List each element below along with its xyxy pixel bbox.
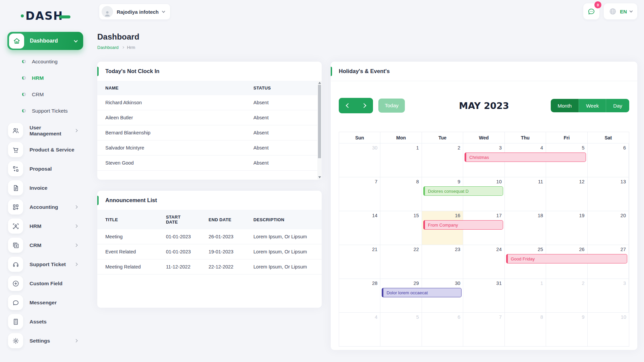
announcement-col-header: END DATE — [201, 210, 246, 229]
calendar-day-cell[interactable]: 11 — [505, 177, 546, 211]
calendar-day-cell[interactable]: 18 — [505, 211, 546, 245]
breadcrumb-current: Hrm — [127, 45, 136, 50]
sidebar-item-product-service[interactable]: Product & Service — [0, 140, 91, 159]
calendar-day-cell[interactable]: 30 — [339, 143, 380, 177]
calendar-day-cell[interactable]: 21 — [339, 245, 380, 279]
breadcrumb-root-link[interactable]: Dashboard — [97, 45, 119, 50]
scroll-up-icon[interactable] — [318, 82, 321, 84]
weekday-header: Mon — [380, 132, 422, 143]
calendar-day-cell[interactable]: 20 — [588, 211, 629, 245]
weekday-header: Fri — [546, 132, 587, 143]
sidebar-item-crm[interactable]: CRM — [0, 236, 91, 255]
sidebar-item-user-management[interactable]: User Management — [0, 121, 91, 140]
calendar-day-cell[interactable]: 22 — [380, 245, 422, 279]
day-number: 12 — [579, 179, 584, 184]
calendar-event-christmas[interactable]: Christmas — [465, 153, 586, 162]
sidebar-item-label: CRM — [30, 242, 68, 248]
calendar-day-cell[interactable]: 19 — [546, 211, 587, 245]
calendar-day-cell[interactable]: 5 — [380, 312, 422, 346]
start-date: 01-01-2023 — [158, 244, 201, 259]
sidebar-item-hrm[interactable]: HRM — [0, 217, 91, 236]
table-row: Event Related01-01-202319-01-2023Lorem I… — [97, 244, 322, 259]
calendar-view-week[interactable]: Week — [579, 99, 606, 112]
sidebar-subitem-support-tickets[interactable]: Support Tickets — [22, 103, 91, 119]
language-selector[interactable]: EN — [604, 3, 637, 19]
globe-icon — [609, 7, 617, 15]
calendar-day-cell[interactable]: 2 — [422, 143, 463, 177]
scroll-thumb[interactable] — [318, 85, 321, 158]
calendar-day-cell[interactable]: 13 — [588, 177, 629, 211]
sidebar-item-proposal[interactable]: Proposal — [0, 159, 91, 178]
calendar-day-cell[interactable]: 3 — [588, 279, 629, 312]
bullet-icon — [22, 60, 26, 63]
announcement-col-header: START DATE — [158, 210, 201, 229]
app-logo[interactable]: DASH — [21, 9, 91, 22]
messages-button[interactable]: 0 — [583, 3, 599, 19]
calendar-day-cell[interactable]: 2 — [546, 279, 587, 312]
sidebar-subitem-hrm[interactable]: HRM — [22, 70, 91, 86]
sidebar-subitem-accounting[interactable]: Accounting — [22, 53, 91, 70]
day-number: 7 — [499, 314, 502, 320]
calendar-day-cell[interactable]: 7 — [463, 312, 504, 346]
calendar-day-cell[interactable]: 28 — [339, 279, 380, 312]
calendar-day-cell[interactable]: 15 — [380, 211, 422, 245]
chevron-right-icon — [74, 244, 78, 247]
calendar-day-cell[interactable]: 1 — [505, 279, 546, 312]
day-number: 28 — [372, 281, 377, 286]
sidebar-item-custom-field[interactable]: Custom Field — [0, 274, 91, 293]
calendar-day-cell[interactable]: 6 — [588, 143, 629, 177]
calendar-day-cell[interactable]: 14 — [339, 211, 380, 245]
calendar-day-cell[interactable]: 9 — [546, 312, 587, 346]
table-row: Salvador McintyreAbsent — [97, 140, 322, 156]
table-row: Steven GoodAbsent — [97, 156, 322, 171]
announcement-title: Meeting Related — [97, 259, 158, 275]
calendar-day-cell[interactable]: 8 — [505, 312, 546, 346]
calendar-view-month[interactable]: Month — [551, 99, 579, 112]
calendar-day-cell[interactable]: 10 — [588, 312, 629, 346]
sidebar-item-assets[interactable]: Assets — [0, 312, 91, 331]
sidebar-subitem-crm[interactable]: CRM — [22, 86, 91, 103]
scroll-down-icon[interactable] — [318, 176, 321, 178]
calendar-day-cell[interactable]: 4 — [339, 312, 380, 346]
sidebar-item-invoice[interactable]: Invoice — [0, 178, 91, 197]
calendar-event-dolor-lorem-occaecat[interactable]: Dolor lorem occaecat — [382, 288, 462, 297]
calendar-day-cell[interactable]: 8 — [380, 177, 422, 211]
calendar-day-cell[interactable]: 31 — [463, 279, 504, 312]
sidebar-item-dashboard[interactable]: Dashboard — [7, 32, 83, 50]
sidebar-item-support-ticket[interactable]: Support Ticket — [0, 255, 91, 274]
home-icon — [9, 34, 24, 49]
day-number: 30 — [372, 145, 377, 150]
sidebar-item-label: Invoice — [30, 185, 77, 191]
page-title: Dashboard — [97, 32, 637, 42]
sidebar-item-label: Assets — [30, 319, 77, 325]
employee-name: Aileen Butler — [97, 110, 246, 125]
calendar-view-day[interactable]: Day — [606, 99, 629, 112]
calendar-day-cell[interactable]: 7 — [339, 177, 380, 211]
calendar-event-from-company[interactable]: From Company — [423, 220, 503, 230]
calendar-event-dolores-consequat-d[interactable]: Dolores consequat D — [423, 186, 503, 196]
calendar-day-cell[interactable]: 23 — [422, 245, 463, 279]
table-scrollbar[interactable] — [317, 81, 322, 179]
calendar-today-button[interactable]: Today — [378, 99, 405, 113]
day-number: 26 — [579, 247, 584, 252]
sidebar-item-settings[interactable]: Settings — [0, 331, 91, 350]
calendar-day-cell[interactable]: 1 — [380, 143, 422, 177]
status-value: Absent — [246, 156, 322, 171]
sidebar-item-label: Settings — [30, 338, 68, 344]
calendar-view-switcher: MonthWeekDay — [551, 99, 629, 112]
chevron-right-icon — [74, 225, 78, 228]
calendar-day-cell[interactable]: 12 — [546, 177, 587, 211]
sidebar-item-accounting[interactable]: Accounting — [0, 197, 91, 217]
calendar-prev-button[interactable] — [339, 98, 356, 113]
sidebar-item-messenger[interactable]: Messenger — [0, 293, 91, 312]
calendar-event-good-friday[interactable]: Good Friday — [506, 254, 627, 263]
invoice-icon — [8, 180, 23, 195]
company-selector[interactable]: Rajodiya infotech — [99, 4, 170, 19]
calendar-day-cell[interactable]: 6 — [422, 312, 463, 346]
chevron-right-icon — [122, 46, 124, 49]
day-number: 2 — [458, 145, 460, 150]
calendar-day-cell[interactable]: 24 — [463, 245, 504, 279]
day-number: 18 — [538, 213, 543, 218]
chevron-left-icon — [345, 103, 350, 108]
calendar-next-button[interactable] — [356, 98, 373, 113]
